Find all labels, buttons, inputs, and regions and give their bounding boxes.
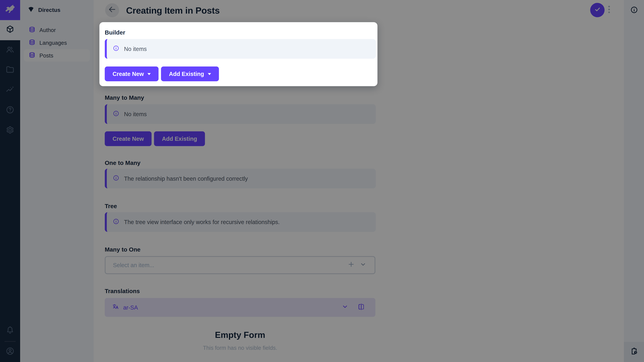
builder-actions: Create New Add Existing — [105, 66, 219, 81]
create-new-button[interactable]: Create New — [105, 66, 158, 81]
app-window: Directus Author Languages Posts — [0, 0, 644, 362]
caret-down-icon — [208, 73, 211, 75]
notice-text: No items — [124, 45, 147, 52]
caret-down-icon — [148, 73, 151, 75]
builder-popover: Builder No items Create New Add Existing — [100, 22, 378, 86]
add-existing-button[interactable]: Add Existing — [161, 66, 219, 81]
notice-builder: No items — [105, 39, 376, 59]
info-circle-icon — [112, 44, 120, 53]
field-label-builder: Builder — [105, 29, 125, 36]
